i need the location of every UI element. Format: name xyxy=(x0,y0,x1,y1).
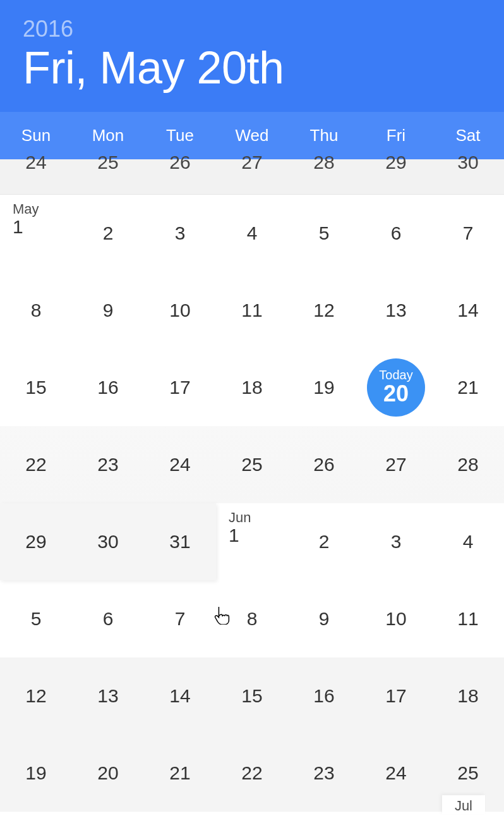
day-cell[interactable]: 22 xyxy=(216,735,288,812)
day-cell[interactable]: 8 xyxy=(216,580,288,657)
month-tag: May xyxy=(13,201,39,217)
day-cell[interactable]: 4 xyxy=(432,503,504,580)
day-number: 1 xyxy=(229,526,239,545)
day-cell[interactable]: 9 xyxy=(72,272,144,349)
day-number: 4 xyxy=(463,532,474,551)
day-cell[interactable]: 29 xyxy=(0,503,72,580)
day-cell[interactable]: 12 xyxy=(0,657,72,735)
day-cell[interactable]: 16 xyxy=(288,657,360,735)
day-cell[interactable]: 26 xyxy=(144,159,216,194)
day-cell[interactable]: 17 xyxy=(360,657,432,735)
day-cell[interactable]: 18 xyxy=(432,657,504,735)
day-cell[interactable]: 29 xyxy=(360,159,432,194)
day-cell[interactable]: 7 xyxy=(144,580,216,657)
day-number: 5 xyxy=(319,224,330,243)
day-cell[interactable]: 10 xyxy=(360,580,432,657)
day-number: 9 xyxy=(103,301,114,320)
day-cell[interactable]: 14 xyxy=(144,657,216,735)
day-cell[interactable]: 3 xyxy=(144,195,216,272)
day-number: 1 xyxy=(13,217,23,236)
day-cell[interactable]: 23 xyxy=(72,426,144,503)
day-cell[interactable]: 14 xyxy=(432,272,504,349)
day-cell[interactable]: 5 xyxy=(0,580,72,657)
day-cell[interactable]: 10 xyxy=(144,272,216,349)
day-number: 17 xyxy=(169,378,190,397)
day-cell[interactable]: 24 xyxy=(360,735,432,812)
day-number: 3 xyxy=(391,532,402,551)
day-number: 24 xyxy=(169,455,190,474)
day-number: 23 xyxy=(313,764,334,783)
day-cell[interactable]: 17 xyxy=(144,349,216,426)
day-number: 16 xyxy=(313,687,334,705)
day-number: 11 xyxy=(241,301,262,320)
day-cell[interactable]: 19 xyxy=(288,349,360,426)
calendar-grid[interactable]: 24252627282930May12345678910111213141516… xyxy=(0,159,504,812)
day-number: 15 xyxy=(241,687,262,705)
day-cell[interactable]: 27 xyxy=(216,159,288,194)
day-number: 13 xyxy=(385,301,406,320)
day-cell[interactable]: 8 xyxy=(0,272,72,349)
day-cell[interactable]: 28 xyxy=(288,159,360,194)
day-cell[interactable]: 26 xyxy=(288,426,360,503)
day-cell[interactable]: 21 xyxy=(144,735,216,812)
today-badge[interactable]: Today20 xyxy=(367,358,425,417)
day-number: 7 xyxy=(175,609,186,628)
day-cell[interactable]: 13 xyxy=(360,272,432,349)
day-cell[interactable]: 28 xyxy=(432,426,504,503)
day-cell[interactable]: 4 xyxy=(216,195,288,272)
day-cell[interactable]: 15 xyxy=(0,349,72,426)
day-cell[interactable]: Today20 xyxy=(360,349,432,426)
day-cell[interactable]: 7 xyxy=(432,195,504,272)
day-number: 18 xyxy=(241,378,262,397)
day-cell[interactable]: 30 xyxy=(432,159,504,194)
day-cell[interactable]: 15 xyxy=(216,657,288,735)
day-cell[interactable]: 20 xyxy=(72,735,144,812)
day-number: 6 xyxy=(391,224,402,243)
day-cell[interactable]: 2 xyxy=(288,503,360,580)
day-number: 21 xyxy=(169,764,190,783)
day-number: 15 xyxy=(25,378,46,397)
day-number: 11 xyxy=(457,609,478,628)
day-cell[interactable]: 16 xyxy=(72,349,144,426)
day-number: 5 xyxy=(31,609,42,628)
day-cell[interactable]: 24 xyxy=(0,159,72,194)
day-cell[interactable]: 9 xyxy=(288,580,360,657)
day-cell[interactable]: 2 xyxy=(72,195,144,272)
day-cell[interactable]: 5 xyxy=(288,195,360,272)
day-number: 27 xyxy=(241,153,262,172)
day-cell[interactable]: Jun1 xyxy=(216,503,288,580)
day-number: 2 xyxy=(319,532,330,551)
day-number: 10 xyxy=(169,301,190,320)
day-cell[interactable]: 11 xyxy=(432,580,504,657)
day-cell[interactable]: 6 xyxy=(72,580,144,657)
day-number: 26 xyxy=(313,455,334,474)
day-cell[interactable]: 24 xyxy=(144,426,216,503)
day-cell[interactable]: 13 xyxy=(72,657,144,735)
day-number: 24 xyxy=(385,764,406,783)
day-cell[interactable]: 19 xyxy=(0,735,72,812)
day-number: 25 xyxy=(97,153,118,172)
day-cell[interactable]: 25 xyxy=(72,159,144,194)
day-number: 10 xyxy=(385,609,406,628)
day-cell[interactable]: 23 xyxy=(288,735,360,812)
day-cell[interactable]: 30 xyxy=(72,503,144,580)
day-number: 4 xyxy=(247,224,258,243)
selected-date-label: Fri, May 20th xyxy=(23,43,481,93)
year-label[interactable]: 2016 xyxy=(23,18,481,40)
day-cell[interactable]: 27 xyxy=(360,426,432,503)
day-cell[interactable]: May1 xyxy=(0,195,72,272)
day-cell[interactable]: 11 xyxy=(216,272,288,349)
day-number: 29 xyxy=(25,532,46,551)
day-cell[interactable]: 21 xyxy=(432,349,504,426)
day-number: 31 xyxy=(169,532,190,551)
day-cell[interactable]: 31 xyxy=(144,503,216,580)
day-cell[interactable]: 3 xyxy=(360,503,432,580)
day-cell[interactable]: 12 xyxy=(288,272,360,349)
day-cell[interactable]: 25 xyxy=(216,426,288,503)
day-number: 8 xyxy=(31,301,42,320)
day-number: 14 xyxy=(457,301,478,320)
day-cell[interactable]: 6 xyxy=(360,195,432,272)
day-cell[interactable]: 18 xyxy=(216,349,288,426)
day-cell[interactable]: 22 xyxy=(0,426,72,503)
month-tag-jul: Jul xyxy=(442,795,485,814)
